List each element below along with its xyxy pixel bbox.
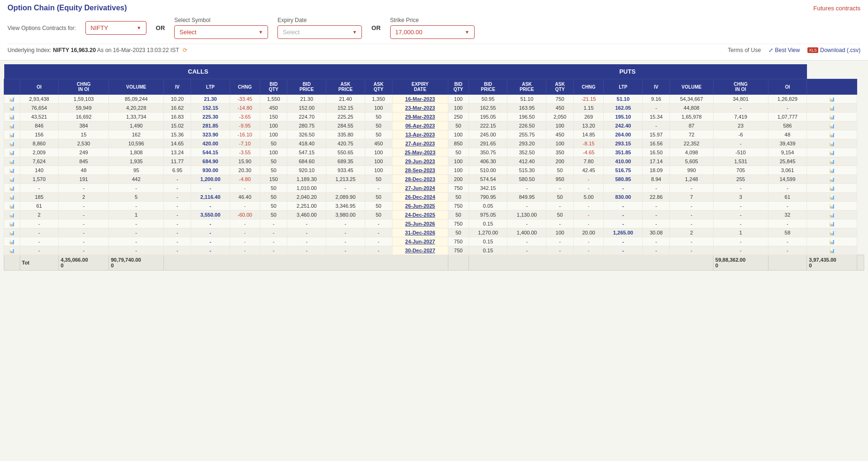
nifty-dropdown[interactable]: NIFTY ▼ (85, 21, 146, 35)
ask-qty-calls: 100 (365, 148, 392, 157)
volume-puts: - (670, 184, 713, 193)
chng-oi-puts: 7,419 (713, 113, 768, 121)
expiry-date[interactable]: 16-Mar-2023 (392, 95, 448, 104)
ask-price-calls: 550.65 (326, 148, 365, 157)
expiry-date[interactable]: 24-Jun-2027 (392, 237, 448, 246)
expiry-date[interactable]: 31-Dec-2026 (392, 228, 448, 237)
expiry-date[interactable]: 30-Dec-2027 (392, 246, 448, 255)
ask-price-puts: 163.95 (507, 104, 546, 113)
row-icon-calls[interactable]: 📊 (4, 104, 20, 113)
row-icon-puts[interactable]: 📊 (807, 148, 857, 157)
expiry-date[interactable]: 23-Mar-2023 (392, 104, 448, 113)
expiry-date[interactable]: 06-Apr-2023 (392, 121, 448, 130)
refresh-icon[interactable]: ⟳ (183, 47, 187, 53)
chng-calls: -14.80 (230, 104, 260, 113)
ltp-puts: - (604, 202, 643, 211)
row-icon-calls[interactable]: 📊 (4, 121, 20, 130)
expiry-date[interactable]: 25-Jun-2026 (392, 219, 448, 228)
expiry-date[interactable]: 13-Apr-2023 (392, 130, 448, 139)
strike-dropdown[interactable]: 17,000.00 ▼ (390, 25, 475, 39)
ask-price-calls: - (326, 246, 365, 255)
row-icon-puts[interactable]: 📊 (807, 157, 857, 166)
row-icon-puts[interactable]: 📊 (807, 130, 857, 139)
expiry-date[interactable]: 28-Sep-2023 (392, 166, 448, 175)
row-icon-calls[interactable]: 📊 (4, 139, 20, 148)
row-icon-calls[interactable]: 📊 (4, 219, 20, 228)
chng-oi-calls: - (59, 202, 109, 211)
expiry-date[interactable]: 27-Apr-2023 (392, 139, 448, 148)
chng-oi-calls: 1,59,103 (59, 95, 109, 104)
row-icon-puts[interactable]: 📊 (807, 139, 857, 148)
row-icon-puts[interactable]: 📊 (807, 211, 857, 219)
expiry-date[interactable]: 27-Jun-2024 (392, 184, 448, 193)
volume-puts: - (670, 246, 713, 255)
chng-oi-calls: 2,530 (59, 139, 109, 148)
row-icon-puts[interactable]: 📊 (807, 219, 857, 228)
ask-qty-calls: 50 (365, 175, 392, 184)
row-icon-puts[interactable]: 📊 (807, 184, 857, 193)
expiry-date[interactable]: 28-Dec-2023 (392, 175, 448, 184)
iv-puts: 8.94 (643, 175, 670, 184)
ltp-calls: - (191, 246, 230, 255)
expiry-date[interactable]: 26-Jun-2025 (392, 202, 448, 211)
row-icon-calls[interactable]: 📊 (4, 166, 20, 175)
row-icon-calls[interactable]: 📊 (4, 95, 20, 104)
or-text-1: OR (156, 24, 165, 31)
row-icon-puts[interactable]: 📊 (807, 175, 857, 184)
row-icon-calls[interactable]: 📊 (4, 202, 20, 211)
row-icon-calls[interactable]: 📊 (4, 184, 20, 193)
row-icon-calls[interactable]: 📊 (4, 237, 20, 246)
puts-section-header: PUTS (448, 64, 807, 79)
row-icon-calls[interactable]: 📊 (4, 148, 20, 157)
scroll-container[interactable]: CALLS PUTS OI CHNGIN OI VOLUME IV LTP CH… (4, 64, 864, 271)
row-icon-puts[interactable]: 📊 (807, 104, 857, 113)
chng-calls: -33.45 (230, 95, 260, 104)
bid-qty-puts: 50 (448, 193, 469, 202)
expiry-date[interactable]: 25-May-2023 (392, 148, 448, 157)
ask-price-calls: 2,089.90 (326, 193, 365, 202)
ltp-puts: - (604, 237, 643, 246)
download-link[interactable]: XLS Download (.csv) (807, 47, 860, 53)
expiry-date[interactable]: 24-Dec-2025 (392, 211, 448, 219)
row-icon-puts[interactable]: 📊 (807, 228, 857, 237)
row-icon-puts[interactable]: 📊 (807, 121, 857, 130)
volume-calls: - (109, 184, 164, 193)
ask-qty-calls: - (365, 228, 392, 237)
futures-link[interactable]: Futures contracts (814, 5, 860, 12)
ltp-puts: - (604, 246, 643, 255)
best-view-link[interactable]: ⤢ Best View (768, 47, 800, 53)
iv-puts: - (643, 219, 670, 228)
row-icon-puts[interactable]: 📊 (807, 95, 857, 104)
col-ltp-puts: LTP (604, 79, 643, 95)
chng-puts: - (574, 202, 604, 211)
row-icon-calls[interactable]: 📊 (4, 211, 20, 219)
volume-puts: 990 (670, 166, 713, 175)
expiry-date[interactable]: 29-Jun-2023 (392, 157, 448, 166)
row-icon-calls[interactable]: 📊 (4, 228, 20, 237)
terms-link[interactable]: Terms of Use (728, 47, 761, 53)
volume-calls: 85,09,244 (109, 95, 164, 104)
row-icon-calls[interactable]: 📊 (4, 113, 20, 121)
expiry-date[interactable]: 26-Dec-2024 (392, 193, 448, 202)
chng-oi-puts: 705 (713, 166, 768, 175)
row-icon-puts[interactable]: 📊 (807, 246, 857, 255)
row-icon-calls[interactable]: 📊 (4, 175, 20, 184)
row-icon-calls[interactable]: 📊 (4, 246, 20, 255)
row-icon-calls[interactable]: 📊 (4, 193, 20, 202)
symbol-dropdown[interactable]: Select ▼ (174, 25, 268, 39)
row-icon-puts[interactable]: 📊 (807, 113, 857, 121)
bid-qty-calls: - (260, 219, 287, 228)
bid-price-puts: 975.05 (469, 211, 507, 219)
row-icon-calls[interactable]: 📊 (4, 157, 20, 166)
expiry-date[interactable]: 29-Mar-2023 (392, 113, 448, 121)
row-icon-calls[interactable]: 📊 (4, 130, 20, 139)
row-icon-puts[interactable]: 📊 (807, 202, 857, 211)
volume-puts: 2 (670, 228, 713, 237)
expiry-dropdown[interactable]: Select ▼ (277, 25, 362, 39)
row-icon-puts[interactable]: 📊 (807, 237, 857, 246)
row-icon-puts[interactable]: 📊 (807, 166, 857, 175)
ltp-calls: 225.30 (191, 113, 230, 121)
chng-calls: - (230, 246, 260, 255)
chng-calls: -3.55 (230, 148, 260, 157)
row-icon-puts[interactable]: 📊 (807, 193, 857, 202)
